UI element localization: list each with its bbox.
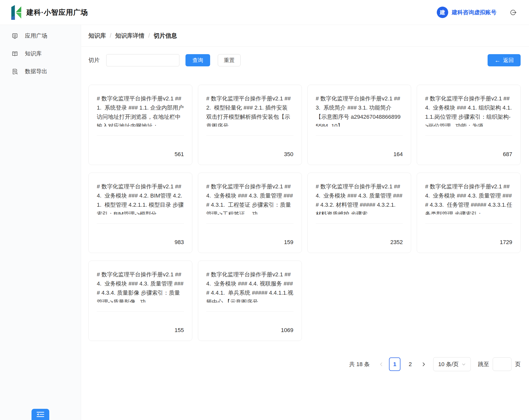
slice-card: # 数字化监理平台操作手册v2.1 ## 2. 模型轻量化 ### 2.1. 插… bbox=[198, 85, 302, 165]
sidebar: 应用广场 知识库 数据导出 bbox=[0, 25, 81, 420]
slice-card: # 数字化监理平台操作手册v2.1 ## 4. 业务模块 ### 4.4. 视联… bbox=[198, 261, 302, 341]
slice-card-text: # 数字化监理平台操作手册v2.1 ## 4. 业务模块 ### 4.3. 质量… bbox=[425, 182, 512, 215]
slice-char-count: 159 bbox=[206, 239, 293, 246]
collapse-sidebar-button[interactable] bbox=[32, 409, 49, 420]
slice-card-divider bbox=[425, 223, 512, 224]
page-title: 建科·小智应用广场 bbox=[26, 8, 88, 17]
slice-card-grid: # 数字化监理平台操作手册v2.1 ## 1. 系统登录 ### 1.1. 企业… bbox=[88, 85, 521, 341]
slice-card: # 数字化监理平台操作手册v2.1 ## 1. 系统登录 ### 1.1. 企业… bbox=[88, 85, 192, 165]
pagination: 共 18 条 1 2 10 条/页 跳至 页 bbox=[81, 357, 521, 371]
slice-card-text: # 数字化监理平台操作手册v2.1 ## 2. 模型轻量化 ### 2.1. 插… bbox=[206, 94, 293, 127]
next-page-icon[interactable] bbox=[418, 357, 429, 371]
account-name[interactable]: 建科咨询虚拟账号 bbox=[452, 9, 496, 16]
slice-char-count: 155 bbox=[97, 327, 184, 334]
slice-filter-label: 切片 bbox=[88, 56, 100, 64]
slice-card-divider bbox=[97, 136, 184, 136]
back-button[interactable]: ← 返回 bbox=[488, 54, 521, 66]
pagination-total: 共 18 条 bbox=[349, 361, 370, 368]
slice-char-count: 561 bbox=[97, 151, 184, 158]
slice-card-divider bbox=[316, 136, 403, 136]
slice-card-divider bbox=[206, 223, 293, 224]
slice-char-count: 164 bbox=[316, 151, 403, 158]
back-button-label: 返回 bbox=[503, 57, 514, 64]
slice-card-text: # 数字化监理平台操作手册v2.1 ## 4. 业务模块 ### 4.3. 质量… bbox=[206, 182, 293, 215]
slice-card: # 数字化监理平台操作手册v2.1 ## 4. 业务模块 ### 4.3. 质量… bbox=[417, 173, 521, 253]
slice-card-divider bbox=[206, 311, 293, 312]
main-content: 知识库 / 知识库详情 / 切片信息 切片 查询 重置 ← 返回 # 数字化监理… bbox=[81, 25, 529, 420]
breadcrumb: 知识库 / 知识库详情 / 切片信息 bbox=[81, 25, 529, 47]
slice-card: # 数字化监理平台操作手册v2.1 ## 4. 业务模块 ### 4.1. 组织… bbox=[417, 85, 521, 165]
search-button[interactable]: 查询 bbox=[185, 54, 210, 66]
breadcrumb-knowledge-base[interactable]: 知识库 bbox=[88, 32, 106, 40]
data-export-icon bbox=[11, 68, 18, 75]
breadcrumb-separator: / bbox=[148, 32, 150, 39]
page-number-2[interactable]: 2 bbox=[404, 357, 416, 371]
sidebar-item-label: 应用广场 bbox=[25, 32, 47, 40]
prev-page-icon[interactable] bbox=[376, 357, 387, 371]
slice-card-divider bbox=[206, 136, 293, 136]
app-logo-icon bbox=[11, 5, 22, 20]
jump-page-suffix: 页 bbox=[515, 361, 521, 368]
slice-card: # 数字化监理平台操作手册v2.1 ## 4. 业务模块 ### 4.3. 质量… bbox=[307, 173, 411, 253]
page-number-1[interactable]: 1 bbox=[389, 357, 400, 371]
slice-char-count: 1069 bbox=[206, 327, 293, 334]
slice-card-text: # 数字化监理平台操作手册v2.1 ## 4. 业务模块 ### 4.1. 组织… bbox=[425, 94, 512, 127]
chevron-down-icon bbox=[462, 362, 466, 366]
slice-card-divider bbox=[97, 223, 184, 224]
slice-char-count: 687 bbox=[425, 151, 512, 158]
breadcrumb-slice-info: 切片信息 bbox=[154, 32, 177, 40]
breadcrumb-kb-detail[interactable]: 知识库详情 bbox=[115, 32, 144, 40]
back-arrow-icon: ← bbox=[494, 57, 501, 63]
slice-card: # 数字化监理平台操作手册v2.1 ## 4. 业务模块 ### 4.2. BI… bbox=[88, 173, 192, 253]
jump-to-label: 跳至 bbox=[478, 361, 489, 368]
sidebar-item-knowledge-base[interactable]: 知识库 bbox=[0, 45, 81, 63]
slice-card-text: # 数字化监理平台操作手册v2.1 ## 4. 业务模块 ### 4.3. 质量… bbox=[316, 182, 403, 215]
sidebar-item-app-plaza[interactable]: 应用广场 bbox=[0, 27, 81, 45]
jump-page-input[interactable] bbox=[493, 357, 511, 371]
filter-row: 切片 查询 重置 ← 返回 bbox=[88, 54, 521, 66]
logout-icon[interactable] bbox=[509, 9, 517, 16]
slice-card-divider bbox=[316, 223, 403, 224]
page-size-select[interactable]: 10 条/页 bbox=[433, 357, 471, 371]
slice-card-text: # 数字化监理平台操作手册v2.1 ## 4. 业务模块 ### 4.3. 质量… bbox=[97, 270, 184, 303]
menu-fold-icon bbox=[36, 411, 44, 417]
slice-card-text: # 数字化监理平台操作手册v2.1 ## 4. 业务模块 ### 4.4. 视联… bbox=[206, 270, 293, 303]
slice-card-text: # 数字化监理平台操作手册v2.1 ## 4. 业务模块 ### 4.2. BI… bbox=[97, 182, 184, 215]
page-size-value: 10 条/页 bbox=[438, 361, 459, 368]
app-plaza-icon bbox=[11, 33, 18, 39]
slice-card: # 数字化监理平台操作手册v2.1 ## 4. 业务模块 ### 4.3. 质量… bbox=[198, 173, 302, 253]
slice-card: # 数字化监理平台操作手册v2.1 ## 4. 业务模块 ### 4.3. 质量… bbox=[88, 261, 192, 341]
slice-char-count: 350 bbox=[206, 151, 293, 158]
sidebar-item-label: 数据导出 bbox=[25, 68, 47, 75]
slice-char-count: 983 bbox=[97, 239, 184, 246]
slice-card-divider bbox=[97, 311, 184, 312]
avatar[interactable]: 建 bbox=[437, 7, 448, 18]
slice-card-text: # 数字化监理平台操作手册v2.1 ## 3. 系统简介 ### 3.1. 功能… bbox=[316, 94, 403, 127]
sidebar-item-data-export[interactable]: 数据导出 bbox=[0, 63, 81, 80]
sidebar-item-label: 知识库 bbox=[25, 50, 42, 57]
slice-card: # 数字化监理平台操作手册v2.1 ## 3. 系统简介 ### 3.1. 功能… bbox=[307, 85, 411, 165]
slice-search-input[interactable] bbox=[106, 54, 179, 66]
knowledge-base-icon bbox=[11, 50, 18, 57]
breadcrumb-separator: / bbox=[110, 32, 111, 39]
top-bar: 建科·小智应用广场 建 建科咨询虚拟账号 bbox=[0, 0, 529, 25]
slice-card-text: # 数字化监理平台操作手册v2.1 ## 1. 系统登录 ### 1.1. 企业… bbox=[97, 94, 184, 127]
slice-char-count: 2352 bbox=[316, 239, 403, 246]
slice-card-divider bbox=[425, 136, 512, 136]
slice-char-count: 1729 bbox=[425, 239, 512, 246]
reset-button[interactable]: 重置 bbox=[218, 54, 241, 66]
